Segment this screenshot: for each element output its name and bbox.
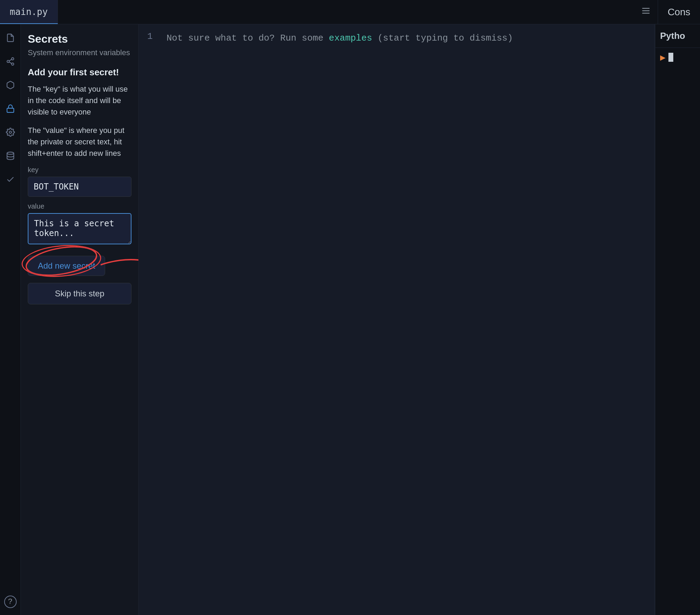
key-field-group: key [28, 166, 131, 197]
sidebar-item-secrets[interactable] [4, 102, 17, 115]
add-secret-container: Add new secret [28, 252, 131, 276]
secrets-subtitle: System environment variables [28, 48, 131, 57]
editor-area: 1 Not sure what to do? Run some examples… [139, 24, 655, 615]
skip-step-button[interactable]: Skip this step [28, 283, 131, 304]
prompt-arrow: ▶ [660, 52, 666, 62]
svg-rect-2 [642, 12, 649, 13]
editor-content: 1 Not sure what to do? Run some examples… [139, 24, 655, 615]
top-bar: main.py Cons [0, 0, 700, 24]
svg-rect-1 [642, 10, 649, 11]
question-icon[interactable]: ? [4, 596, 17, 608]
value-label: value [28, 202, 131, 210]
svg-rect-0 [642, 8, 649, 8]
sidebar-item-settings[interactable] [4, 126, 17, 139]
svg-point-10 [7, 152, 14, 154]
svg-rect-8 [7, 108, 14, 112]
main-layout: ? Secrets System environment variables A… [0, 24, 700, 615]
editor-spacer [58, 0, 634, 24]
add-secret-button[interactable]: Add new secret [28, 256, 105, 276]
line-numbers: 1 [139, 31, 160, 608]
editor-text[interactable]: Not sure what to do? Run some examples (… [160, 31, 655, 608]
sidebar-item-packages[interactable] [4, 78, 17, 92]
sidebar-icons: ? [0, 24, 21, 615]
editor-divider [655, 24, 655, 615]
top-bar-icons [634, 0, 658, 24]
sidebar-item-database[interactable] [4, 149, 17, 162]
secrets-value-desc: The "value" is where you put the private… [28, 125, 131, 159]
line-number-1: 1 [146, 31, 153, 42]
sidebar-item-share[interactable] [4, 55, 17, 68]
python-console-prompt: ▶ [655, 48, 700, 67]
tab-label: main.py [10, 7, 48, 17]
svg-point-4 [7, 60, 9, 63]
hint-text-after: (start typing to dismiss) [372, 33, 513, 43]
menu-icon[interactable] [641, 6, 651, 18]
right-panel: Pytho ▶ [655, 24, 700, 615]
hint-text-before: Not sure what to do? Run some [167, 33, 329, 43]
secrets-panel: Secrets System environment variables Add… [21, 24, 139, 615]
svg-point-5 [11, 63, 14, 65]
hint-link[interactable]: examples [329, 33, 372, 43]
key-label: key [28, 166, 131, 174]
secrets-title: Secrets [28, 33, 131, 45]
secrets-add-heading: Add your first secret! [28, 67, 131, 78]
svg-point-9 [9, 131, 11, 134]
value-textarea[interactable]: This is a secret token... [28, 213, 131, 244]
sidebar-item-deploy[interactable] [4, 173, 17, 186]
help-button[interactable]: ? [4, 596, 17, 608]
key-input[interactable] [28, 177, 131, 197]
svg-line-7 [9, 59, 11, 61]
value-field-group: value This is a secret token... [28, 202, 131, 246]
python-header: Pytho [655, 24, 700, 48]
secrets-key-desc: The "key" is what you will use in the co… [28, 83, 131, 118]
console-label: Cons [668, 7, 690, 18]
svg-line-6 [9, 62, 11, 64]
cursor-block [668, 53, 673, 62]
console-tab[interactable]: Cons [658, 0, 700, 24]
svg-point-3 [11, 58, 14, 60]
tab-main-py[interactable]: main.py [0, 0, 58, 24]
sidebar-item-files[interactable] [4, 31, 17, 44]
